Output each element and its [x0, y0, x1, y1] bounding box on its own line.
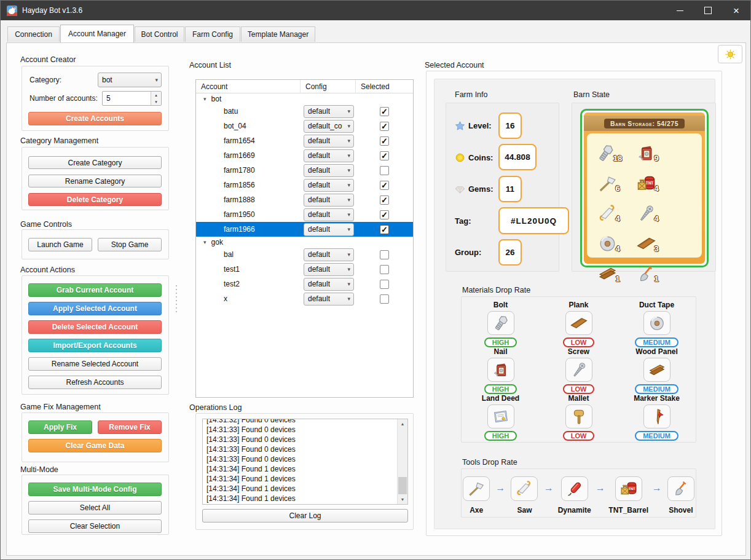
- config-dropdown[interactable]: default▾: [304, 293, 354, 306]
- minimize-button[interactable]: [666, 1, 694, 20]
- table-group-row[interactable]: ▾gok: [196, 237, 413, 247]
- selected-checkbox[interactable]: [380, 280, 389, 289]
- config-dropdown[interactable]: default_copy▾: [304, 120, 354, 133]
- table-row[interactable]: bot_04 default_copy▾: [196, 119, 413, 133]
- apply-selected-account-button[interactable]: Apply Selected Account: [28, 302, 162, 315]
- log-line: [14:31:34] Found 1 devices: [206, 484, 396, 494]
- selected-checkbox[interactable]: [380, 265, 389, 274]
- config-dropdown[interactable]: default▾: [304, 223, 354, 236]
- tab-bot-control[interactable]: Bot Control: [135, 26, 184, 42]
- table-row[interactable]: farm1654 default▾: [196, 133, 413, 148]
- section-title-game-fix: Game Fix Management: [20, 403, 101, 411]
- config-dropdown[interactable]: default▾: [304, 105, 354, 118]
- create-category-button[interactable]: Create Category: [28, 156, 162, 169]
- delete-selected-account-button[interactable]: Delete Selected Account: [28, 320, 162, 334]
- remove-fix-button[interactable]: Remove Fix: [98, 420, 162, 434]
- expander-icon[interactable]: ▾: [203, 96, 206, 102]
- selected-checkbox[interactable]: [380, 181, 389, 190]
- spin-up-icon[interactable]: ▴: [151, 92, 161, 98]
- spin-down-icon[interactable]: ▾: [151, 98, 161, 105]
- log-output[interactable]: [14:31:32] Found 0 devices [14:31:33] Fo…: [202, 419, 408, 505]
- launch-game-button[interactable]: Launch Game: [28, 238, 92, 251]
- table-row[interactable]: batu default▾: [196, 104, 413, 119]
- selected-checkbox[interactable]: [380, 107, 389, 116]
- rename-category-button[interactable]: Rename Category: [28, 175, 162, 187]
- config-dropdown[interactable]: default▾: [304, 248, 354, 261]
- stop-game-button[interactable]: Stop Game: [98, 238, 162, 251]
- selected-checkbox[interactable]: [380, 210, 389, 219]
- log-line: [14:31:33] Found 0 devices: [206, 435, 396, 444]
- panel-splitter-handle[interactable]: [175, 285, 178, 314]
- apply-fix-button[interactable]: Apply Fix: [28, 420, 92, 434]
- table-row[interactable]: farm1888 default▾: [196, 192, 413, 207]
- clear-log-button[interactable]: Clear Log: [202, 509, 408, 523]
- config-dropdown[interactable]: default▾: [304, 179, 354, 192]
- import-export-accounts-button[interactable]: Import/Export Accounts: [28, 339, 162, 352]
- selected-account-group: Farm Info Level: 16 Coins: 44.808: [426, 71, 722, 536]
- barn-item: 4: [628, 199, 667, 229]
- chevron-down-icon: ▾: [347, 197, 350, 203]
- selected-checkbox[interactable]: [380, 122, 389, 131]
- farm-info-box: Level: 16 Coins: 44.808 Gems: 11: [446, 103, 559, 272]
- category-dropdown[interactable]: bot ▾: [98, 73, 162, 87]
- delete-category-button[interactable]: Delete Category: [28, 193, 162, 206]
- app-icon: [7, 6, 17, 16]
- selected-checkbox[interactable]: [380, 136, 389, 146]
- column-header-selected[interactable]: Selected: [356, 80, 413, 93]
- rename-selected-account-button[interactable]: Rename Selected Account: [28, 357, 162, 371]
- refresh-accounts-button[interactable]: Refresh Accounts: [28, 376, 162, 389]
- grab-current-account-button[interactable]: Grab Current Account: [28, 283, 162, 297]
- config-dropdown[interactable]: default▾: [304, 135, 354, 148]
- selected-checkbox[interactable]: [380, 294, 389, 304]
- column-header-config[interactable]: Config: [301, 80, 356, 93]
- tab-farm-config[interactable]: Farm Config: [185, 26, 240, 42]
- tab-connection[interactable]: Connection: [7, 26, 60, 42]
- column-header-account[interactable]: Account: [196, 80, 301, 93]
- clear-game-data-button[interactable]: Clear Game Data: [28, 439, 162, 452]
- section-title-category-management: Category Management: [20, 136, 98, 145]
- table-row[interactable]: x default▾: [196, 291, 413, 306]
- config-dropdown[interactable]: default▾: [304, 164, 354, 177]
- config-dropdown[interactable]: default▾: [304, 278, 354, 291]
- barn-screenshot: Barn Storage: 54/275 18 9 6 4 4 4 4: [580, 109, 709, 267]
- barn-state-title: Barn State: [573, 90, 610, 99]
- table-row[interactable]: farm1780 default▾: [196, 163, 413, 178]
- table-row[interactable]: bal default▾: [196, 247, 413, 262]
- expander-icon[interactable]: ▾: [203, 239, 206, 245]
- arrow-right-icon: →: [495, 483, 505, 494]
- maximize-button[interactable]: [694, 1, 722, 20]
- save-multi-mode-config-button[interactable]: Save Multi-Mode Config: [28, 483, 162, 496]
- tool-cell: Axe: [462, 475, 491, 515]
- select-all-button[interactable]: Select All: [28, 501, 162, 515]
- coins-label: Coins:: [468, 153, 493, 162]
- table-row[interactable]: farm1669 default▾: [196, 148, 413, 163]
- table-row-selected[interactable]: farm1966 default▾: [196, 222, 413, 237]
- tab-template-manager[interactable]: Template Manager: [241, 26, 315, 42]
- selected-checkbox[interactable]: [380, 250, 389, 259]
- tab-account-manager[interactable]: Account Manager: [60, 25, 134, 42]
- table-row[interactable]: farm1950 default▾: [196, 207, 413, 222]
- table-row[interactable]: farm1856 default▾: [196, 178, 413, 192]
- dynamite-icon: [565, 479, 584, 498]
- close-button[interactable]: ×: [722, 1, 750, 20]
- table-group-row[interactable]: ▾bot: [196, 93, 413, 104]
- selected-checkbox[interactable]: [380, 151, 389, 160]
- theme-toggle-button[interactable]: [718, 45, 742, 63]
- table-row[interactable]: test1 default▾: [196, 262, 413, 277]
- clear-selection-button[interactable]: Clear Selection: [28, 519, 162, 533]
- create-accounts-button[interactable]: Create Accounts: [28, 112, 162, 125]
- config-dropdown[interactable]: default▾: [304, 208, 354, 221]
- config-dropdown[interactable]: default▾: [304, 263, 354, 276]
- number-of-accounts-stepper[interactable]: 5 ▴▾: [102, 91, 162, 106]
- table-row[interactable]: test2 default▾: [196, 277, 413, 291]
- scrollbar-thumb[interactable]: [398, 477, 407, 494]
- scroll-down-icon[interactable]: ▼: [398, 495, 407, 504]
- config-dropdown[interactable]: default▾: [304, 149, 354, 162]
- selected-checkbox[interactable]: [380, 166, 389, 175]
- selected-checkbox[interactable]: [380, 225, 389, 234]
- scroll-up-icon[interactable]: ▲: [398, 419, 407, 428]
- log-scrollbar[interactable]: ▲ ▼: [397, 419, 407, 504]
- config-dropdown[interactable]: default▾: [304, 194, 354, 207]
- section-title-account-actions: Account Actions: [20, 266, 75, 274]
- selected-checkbox[interactable]: [380, 195, 389, 205]
